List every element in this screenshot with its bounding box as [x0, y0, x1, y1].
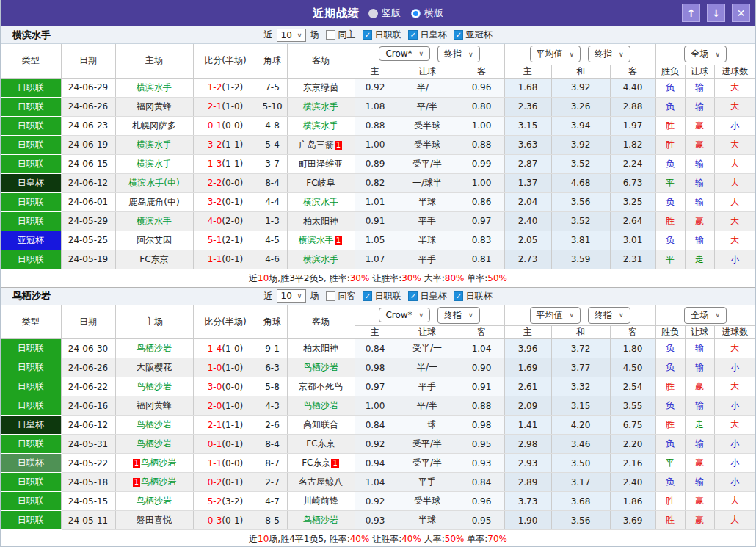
average-dropdown[interactable]: 平均值∨	[530, 307, 581, 324]
league-type-cell: 日联杯	[1, 454, 61, 473]
odds-time-dropdown[interactable]: 终指∨	[437, 307, 480, 324]
average-dropdown-value: 平均值	[537, 309, 563, 322]
match-date: 24-06-23	[61, 116, 115, 135]
bookmaker-odds-cell: 平手	[396, 473, 459, 492]
team-name-text: 札幌冈萨多	[132, 120, 176, 131]
close-button[interactable]: ✕	[732, 4, 750, 22]
bookmaker-dropdown[interactable]: Crow*∨	[379, 46, 430, 61]
move-up-button[interactable]: ↑	[682, 4, 700, 22]
same-venue-checkbox[interactable]	[326, 30, 335, 40]
bookmaker-odds-cell: 0.96	[459, 492, 504, 511]
league-filter-checkbox[interactable]: ✓	[454, 291, 463, 301]
chevron-down-icon: ∨	[619, 51, 624, 58]
bookmaker-odds-cell: 0.92	[355, 435, 396, 454]
away-team-cell: 横滨水手1	[287, 231, 355, 250]
corner-score: 8-4	[258, 173, 287, 192]
average-odds-cell: 3.25	[610, 192, 655, 211]
average-odds-cell: 3.52	[551, 211, 610, 231]
sub-header-home-odds: 主	[355, 65, 396, 78]
league-filter-label: 亚冠杯	[465, 29, 492, 41]
score-cell: 4-0(2-0)	[193, 211, 258, 231]
average-odds-cell: 2.64	[610, 211, 655, 231]
halftime-score: (1-0)	[222, 101, 243, 112]
corner-score: 4-7	[258, 492, 287, 511]
result-cell: 输	[685, 154, 714, 173]
bookmaker-dropdown-value: Crow*	[385, 310, 412, 320]
score-cell: 1-0(1-0)	[193, 358, 258, 377]
average-odds-cell: 2.61	[504, 377, 551, 396]
league-filter-checkbox[interactable]: ✓	[408, 291, 418, 301]
match-date: 24-05-25	[61, 231, 115, 250]
halftime-score: (0-0)	[222, 178, 243, 188]
score-cell: 2-1(1-0)	[193, 97, 258, 116]
same-venue-checkbox[interactable]	[326, 291, 335, 301]
sub-header-handicap-result: 让球	[685, 326, 714, 339]
halftime-score: (1-1)	[222, 420, 243, 430]
bookmaker-odds-cell: 0.98	[355, 358, 396, 377]
bookmaker-odds-cell: 1.04	[459, 339, 504, 358]
sub-header-handicap-result: 让球	[685, 65, 714, 78]
match-date: 24-06-30	[61, 339, 115, 358]
fulltime-score: 3-0	[208, 382, 222, 392]
odds-time-dropdown-value: 终指	[444, 48, 462, 60]
bookmaker-odds-cell: 0.84	[355, 416, 396, 435]
horizontal-layout-radio[interactable]: 横版	[411, 7, 443, 20]
result-cell: 小	[714, 435, 755, 454]
recent-count-select[interactable]: 10∨	[277, 29, 307, 42]
result-cell: 平	[655, 250, 685, 269]
fulltime-score: 5-2	[208, 496, 222, 507]
home-team-cell: 鸟栖沙岩	[115, 377, 193, 396]
red-card-badge: 1	[133, 459, 140, 468]
summary-text-segment: 场,胜3平2负5, 胜率:	[269, 273, 349, 283]
sub-header-draw-avg: 和	[551, 326, 610, 339]
avg-time-dropdown[interactable]: 终指∨	[588, 46, 630, 62]
home-team-cell: 鸟栖沙岩	[115, 339, 193, 358]
odds-time-dropdown[interactable]: 终指∨	[437, 46, 480, 62]
sub-header-home-avg: 主	[504, 65, 551, 78]
avg-time-dropdown[interactable]: 终指∨	[588, 307, 630, 324]
average-odds-cell: 2.40	[610, 473, 655, 492]
league-filter-checkbox[interactable]: ✓	[363, 291, 372, 301]
league-filter-label: 日职联	[374, 29, 401, 41]
fulltime-score: 2-2	[208, 178, 222, 188]
team-name-text: 鸟栖沙岩	[137, 343, 172, 353]
move-down-button[interactable]: ↓	[707, 4, 725, 22]
sub-header-goals: 进球数	[714, 326, 755, 339]
match-row: 日职联24-05-11磐田喜悦0-3(0-1)8-5鸟栖沙岩0.93半球0.95…	[1, 511, 755, 530]
halftime-score: (1-1)	[222, 140, 243, 150]
away-team-cell: 柏太阳神	[287, 339, 355, 358]
sub-header-away-odds: 客	[459, 326, 504, 339]
league-filter-checkbox[interactable]: ✓	[408, 30, 418, 40]
vertical-layout-radio[interactable]: 竖版	[368, 7, 401, 20]
recent-count-select[interactable]: 10∨	[277, 289, 307, 303]
result-cell: 胜	[655, 511, 685, 530]
average-dropdown[interactable]: 平均值∨	[530, 46, 581, 62]
average-odds-cell: 3.73	[504, 492, 551, 511]
match-scope-dropdown[interactable]: 全场∨	[684, 307, 727, 324]
col-header-type: 类型	[1, 305, 61, 339]
bookmaker-odds-cell: 0.81	[459, 250, 504, 269]
league-filter-label: 日联杯	[465, 290, 492, 303]
league-filter-checkbox[interactable]: ✓	[363, 30, 372, 40]
halftime-score: (0-1)	[222, 439, 243, 449]
league-filter-checkbox[interactable]: ✓	[454, 30, 463, 40]
team-name-text: 横滨水手	[303, 120, 338, 131]
col-header-corner: 角球	[258, 305, 287, 339]
bookmaker-odds-cell: 受半球	[396, 492, 459, 511]
check-icon: ✓	[456, 292, 462, 300]
team-name-text: 京都不死鸟	[299, 381, 343, 391]
summary-text-segment: 50%	[487, 273, 507, 283]
match-scope-dropdown[interactable]: 全场∨	[684, 46, 727, 62]
average-odds-cell: 3.55	[610, 396, 655, 416]
chevron-down-icon: ∨	[570, 51, 575, 58]
bookmaker-dropdown[interactable]: Crow*∨	[379, 308, 430, 322]
average-odds-cell: 2.20	[610, 435, 655, 454]
league-type-cell: 日职联	[1, 511, 61, 530]
home-team-cell: FC东京	[115, 250, 193, 269]
result-cell: 胜	[655, 416, 685, 435]
average-odds-cell: 2.73	[504, 250, 551, 269]
summary-text-segment: 40%	[401, 534, 421, 544]
red-card-badge: 1	[335, 236, 342, 245]
average-odds-cell: 1.69	[504, 358, 551, 377]
match-row: 日联杯24-05-221鸟栖沙岩1-1(0-0)8-7FC东京10.94受平/半…	[1, 454, 755, 473]
